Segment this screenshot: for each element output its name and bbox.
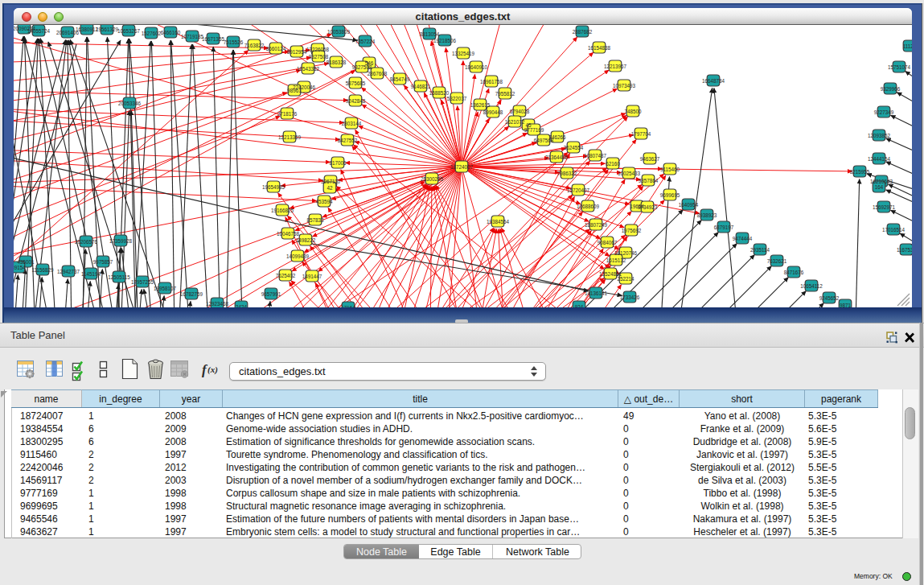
svg-text:1588520: 1588520: [429, 90, 450, 96]
svg-text:7955812: 7955812: [495, 91, 515, 97]
svg-text:10543382: 10543382: [297, 66, 320, 72]
svg-text:18640910: 18640910: [465, 64, 488, 70]
svg-text:817006: 817006: [329, 160, 347, 166]
svg-text:39154: 39154: [14, 265, 26, 270]
svg-text:435001: 435001: [17, 259, 35, 265]
svg-text:7357224: 7357224: [355, 39, 376, 44]
svg-text:14055724: 14055724: [27, 28, 51, 34]
svg-text:11126: 11126: [903, 43, 912, 49]
svg-text:8660124: 8660124: [266, 46, 286, 51]
svg-text:1498222: 1498222: [296, 237, 316, 243]
svg-text:8912954: 8912954: [287, 49, 307, 55]
svg-text:1797704: 1797704: [631, 131, 651, 137]
svg-text:1621072: 1621072: [505, 119, 525, 125]
svg-text:8427552: 8427552: [338, 138, 358, 143]
svg-text:9329966: 9329966: [881, 86, 901, 92]
svg-text:3267110: 3267110: [321, 179, 341, 184]
svg-text:17957255: 17957255: [131, 279, 154, 285]
svg-text:9084067: 9084067: [598, 240, 618, 245]
svg-text:7163822: 7163822: [244, 43, 265, 48]
svg-text:15692971: 15692971: [873, 204, 896, 210]
svg-text:1167533: 1167533: [897, 247, 912, 253]
svg-text:17016514: 17016514: [882, 227, 906, 233]
svg-text:12942737: 12942737: [57, 269, 80, 274]
svg-text:14136141: 14136141: [585, 290, 608, 296]
svg-text:9871: 9871: [840, 303, 852, 308]
svg-text:748500: 748500: [624, 109, 642, 114]
svg-text:9975857: 9975857: [93, 259, 113, 265]
svg-text:2803144: 2803144: [342, 121, 362, 126]
svg-text:10807487: 10807487: [584, 153, 607, 159]
svg-text:16210643: 16210643: [870, 179, 893, 184]
svg-text:19384554: 19384554: [487, 219, 510, 225]
svg-text:7986322: 7986322: [557, 171, 577, 176]
svg-text:19654985: 19654985: [262, 184, 285, 190]
svg-text:7515526: 7515526: [224, 39, 244, 45]
svg-text:9699695: 9699695: [660, 192, 680, 198]
svg-text:1145194: 1145194: [81, 271, 101, 277]
svg-text:18807249: 18807249: [585, 222, 608, 228]
svg-text:8990448: 8990448: [483, 109, 503, 115]
svg-text:16648784: 16648784: [702, 78, 725, 84]
svg-text:6794028: 6794028: [510, 109, 530, 114]
svg-text:1615132: 1615132: [606, 257, 626, 263]
svg-text:25300295: 25300295: [421, 176, 444, 182]
svg-text:18724007: 18724007: [450, 164, 474, 170]
svg-text:1975692: 1975692: [622, 228, 642, 233]
svg-text:12444154: 12444154: [868, 156, 891, 162]
svg-text:42: 42: [326, 185, 333, 191]
svg-text:11156829: 11156829: [31, 267, 54, 273]
svg-text:164: 164: [875, 184, 884, 190]
svg-text:(x): (x): [207, 365, 218, 375]
svg-text:1362615: 1362615: [470, 102, 491, 108]
svg-text:16154838: 16154838: [588, 45, 611, 51]
svg-text:1640954: 1640954: [679, 202, 699, 208]
svg-text:12213369: 12213369: [278, 134, 302, 140]
svg-text:9227349: 9227349: [874, 109, 894, 115]
svg-text:14099489: 14099489: [286, 253, 310, 259]
svg-text:453594: 453594: [315, 199, 333, 204]
svg-text:15751074: 15751074: [888, 64, 911, 70]
svg-text:10653267: 10653267: [117, 28, 141, 34]
svg-text:9327508: 9327508: [309, 54, 329, 60]
svg-text:8215955: 8215955: [850, 169, 870, 175]
svg-text:5322037: 5322037: [447, 96, 467, 101]
svg-text:9327508: 9327508: [352, 64, 372, 70]
svg-text:17359928: 17359928: [109, 238, 133, 244]
svg-text:9734923: 9734923: [638, 204, 658, 210]
svg-text:15720407: 15720407: [567, 187, 590, 193]
svg-text:19166825: 19166825: [271, 208, 294, 213]
svg-text:12093852: 12093852: [868, 133, 891, 138]
svg-text:16782759: 16782759: [180, 291, 203, 297]
svg-text:1527602: 1527602: [142, 31, 162, 36]
svg-text:13325419: 13325419: [452, 51, 475, 56]
svg-text:9115460: 9115460: [660, 167, 680, 172]
svg-text:19218506: 19218506: [433, 38, 457, 43]
svg-text:16671355: 16671355: [202, 36, 225, 42]
svg-text:10973493: 10973493: [613, 83, 636, 89]
svg-text:9242848: 9242848: [346, 98, 366, 104]
svg-text:19561329: 19561329: [96, 27, 119, 32]
svg-text:9777169: 9777169: [524, 127, 544, 133]
svg-text:8454749: 8454749: [390, 76, 410, 82]
svg-text:5875685: 5875685: [346, 80, 366, 86]
svg-text:9245652: 9245652: [819, 295, 840, 301]
svg-text:924: 924: [575, 304, 584, 308]
svg-text:9463627: 9463627: [640, 156, 660, 162]
svg-text:12923468: 12923468: [206, 301, 229, 307]
svg-text:62160: 62160: [606, 161, 620, 167]
svg-text:21364436: 21364436: [545, 154, 569, 160]
svg-text:2718176: 2718176: [277, 111, 298, 117]
svg-text:6879197: 6879197: [714, 225, 734, 230]
svg-text:2424: 2424: [236, 304, 248, 308]
svg-text:10719185: 10719185: [181, 34, 204, 39]
svg-text:10046758: 10046758: [277, 231, 300, 237]
svg-text:857833: 857833: [306, 217, 324, 223]
svg-text:10025433: 10025433: [618, 171, 641, 176]
svg-text:12505115: 12505115: [108, 274, 130, 280]
svg-text:8471676: 8471676: [784, 270, 804, 275]
svg-text:1491447: 1491447: [302, 274, 322, 279]
svg-text:9357864: 9357864: [639, 178, 659, 183]
svg-text:20053346: 20053346: [118, 101, 142, 106]
svg-text:10053809: 10053809: [327, 29, 351, 35]
